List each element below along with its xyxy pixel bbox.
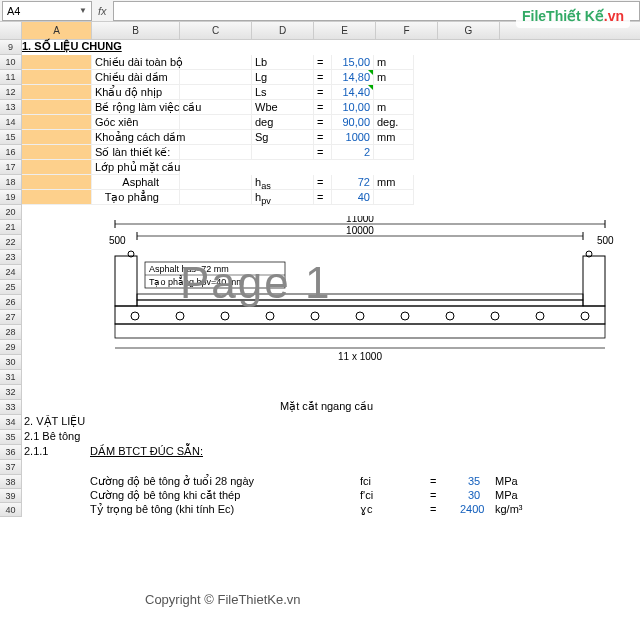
row-header[interactable]: 25 <box>0 280 22 295</box>
row-header[interactable]: 34 <box>0 415 22 430</box>
row-header[interactable]: 36 <box>0 445 22 460</box>
svg-rect-8 <box>583 256 605 306</box>
svg-rect-11 <box>137 300 583 306</box>
note1: Asphalt has=72 mm <box>149 264 229 274</box>
param-symbol: Lb <box>252 55 314 70</box>
name-box-value: A4 <box>7 5 20 17</box>
select-all-corner[interactable] <box>0 22 22 39</box>
row-header[interactable]: 31 <box>0 370 22 385</box>
overlay-val: 40 <box>332 190 374 205</box>
row-header[interactable]: 32 <box>0 385 22 400</box>
param-unit: deg. <box>374 115 414 130</box>
mat-label: Tỷ trọng bê tông (khi tính Ec) <box>90 503 234 516</box>
row-header[interactable]: 9 <box>0 40 22 55</box>
col-header-F[interactable]: F <box>376 22 438 39</box>
dropdown-icon[interactable]: ▼ <box>79 6 87 15</box>
col-header-B[interactable]: B <box>92 22 180 39</box>
row-header[interactable]: 37 <box>0 460 22 475</box>
param-value: 10,00 <box>332 100 374 115</box>
param-value: 2 <box>332 145 374 160</box>
equals: = <box>314 85 332 100</box>
row-header[interactable]: 11 <box>0 70 22 85</box>
row-header[interactable]: 19 <box>0 190 22 205</box>
param-unit: m <box>374 55 414 70</box>
row-header[interactable]: 21 <box>0 220 22 235</box>
svg-point-21 <box>446 312 454 320</box>
mat-sym: fci <box>360 475 371 487</box>
param-symbol: Sg <box>252 130 314 145</box>
dim-top: 11000 <box>346 216 374 224</box>
equals: = <box>314 175 332 190</box>
row-header[interactable]: 18 <box>0 175 22 190</box>
row-header[interactable]: 14 <box>0 115 22 130</box>
overlay-unit: mm <box>374 175 414 190</box>
param-symbol: Wbe <box>252 100 314 115</box>
svg-rect-13 <box>115 324 605 338</box>
svg-rect-6 <box>115 256 137 306</box>
param-label: Bề rộng làm việc cầu <box>92 100 180 115</box>
row-header[interactable]: 28 <box>0 325 22 340</box>
row-header[interactable]: 40 <box>0 503 22 517</box>
row-header[interactable]: 10 <box>0 55 22 70</box>
equals: = <box>314 100 332 115</box>
svg-rect-12 <box>115 306 605 324</box>
section-heading-2-1-1: DẦM BTCT ĐÚC SẴN: <box>90 445 203 458</box>
col-header-E[interactable]: E <box>314 22 376 39</box>
param-unit <box>374 85 414 100</box>
row-header[interactable]: 13 <box>0 100 22 115</box>
param-label: Khoảng cách dầm <box>92 130 180 145</box>
svg-point-24 <box>581 312 589 320</box>
param-value: 1000 <box>332 130 374 145</box>
row-header[interactable]: 39 <box>0 489 22 503</box>
param-value: 15,00 <box>332 55 374 70</box>
row-header[interactable]: 26 <box>0 295 22 310</box>
row-header[interactable]: 35 <box>0 430 22 445</box>
overlay-sym: has <box>252 175 314 190</box>
mat-unit: MPa <box>495 489 518 501</box>
svg-point-16 <box>221 312 229 320</box>
row-header[interactable]: 12 <box>0 85 22 100</box>
overlay-sym: hpv <box>252 190 314 205</box>
svg-point-19 <box>356 312 364 320</box>
section-heading-2: 2. VẬT LIỆU <box>24 415 85 428</box>
row-header[interactable]: 38 <box>0 475 22 489</box>
note2: Tạo phẳng hpv=40 mm <box>149 275 244 287</box>
svg-point-17 <box>266 312 274 320</box>
copyright-watermark: Copyright © FileThietKe.vn <box>145 592 301 607</box>
row-header[interactable]: 33 <box>0 400 22 415</box>
col-header-D[interactable]: D <box>252 22 314 39</box>
mat-label: Cường độ bê tông khi cắt thép <box>90 489 240 502</box>
fx-icon[interactable]: fx <box>98 5 107 17</box>
param-symbol: Ls <box>252 85 314 100</box>
mat-val: 2400 <box>460 503 484 515</box>
param-label: Chiều dài dầm <box>92 70 180 85</box>
dim-left: 500 <box>109 235 126 246</box>
col-header-C[interactable]: C <box>180 22 252 39</box>
param-label: Số làn thiết kế: <box>92 145 180 160</box>
svg-point-20 <box>401 312 409 320</box>
equals: = <box>314 190 332 205</box>
name-box[interactable]: A4 ▼ <box>2 1 92 21</box>
row-header[interactable]: 22 <box>0 235 22 250</box>
row-header[interactable]: 17 <box>0 160 22 175</box>
param-value: 14,80 <box>332 70 374 85</box>
svg-point-23 <box>536 312 544 320</box>
mat-val: 30 <box>468 489 480 501</box>
row-header[interactable]: 20 <box>0 205 22 220</box>
equals: = <box>430 475 436 487</box>
row-header[interactable]: 23 <box>0 250 22 265</box>
col-header-G[interactable]: G <box>438 22 500 39</box>
param-value: 90,00 <box>332 115 374 130</box>
equals: = <box>314 55 332 70</box>
col-header-A[interactable]: A <box>22 22 92 39</box>
section-heading-2-1: 2.1 Bê tông <box>24 430 80 442</box>
row-header[interactable]: 30 <box>0 355 22 370</box>
row-header[interactable]: 15 <box>0 130 22 145</box>
comment-indicator-icon <box>368 70 373 75</box>
overlay-item: Tạo phẳng <box>92 190 180 205</box>
row-header[interactable]: 29 <box>0 340 22 355</box>
row-header[interactable]: 27 <box>0 310 22 325</box>
row-header[interactable]: 24 <box>0 265 22 280</box>
row-header[interactable]: 16 <box>0 145 22 160</box>
equals: = <box>430 489 436 501</box>
